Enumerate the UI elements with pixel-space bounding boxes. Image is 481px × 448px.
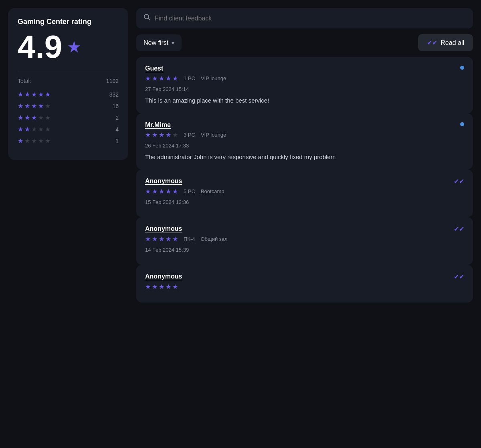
filled-star-icon: ★	[172, 188, 178, 195]
filled-star-icon: ★	[152, 131, 158, 139]
empty-star-icon: ★	[45, 102, 51, 110]
stars-row: ★★★★★	[18, 102, 51, 110]
empty-star-icon: ★	[172, 131, 178, 139]
divider	[18, 71, 119, 71]
filled-star-icon: ★	[166, 75, 171, 82]
card-header: Anonymous ✔✔	[145, 225, 464, 233]
card-tag: Общий зал	[200, 236, 227, 242]
filled-star-icon: ★	[145, 235, 151, 243]
card-meta: ★★★★★ 3 PCVIP lounge	[145, 131, 464, 139]
filled-star-icon: ★	[159, 283, 164, 291]
filled-star-icon: ★	[152, 235, 158, 243]
card-indicator: ✔✔	[454, 273, 464, 281]
empty-star-icon: ★	[45, 137, 51, 145]
double-check-read-icon: ✔✔	[454, 225, 464, 233]
search-icon	[143, 14, 151, 23]
card-tag: 5 PC	[184, 188, 195, 194]
right-panel: New first ▾ ✔✔ Read all Guest ★★★★★ 1 PC…	[136, 8, 473, 440]
read-all-button[interactable]: ✔✔ Read all	[418, 34, 473, 51]
rating-panel: Gaming Center rating 4.9 ★ Total: 1192 ★…	[8, 8, 128, 160]
filled-star-icon: ★	[166, 188, 171, 195]
filled-star-icon: ★	[31, 102, 37, 110]
search-input[interactable]	[155, 15, 466, 22]
row-count: 4	[107, 126, 119, 133]
card-tag: 3 PC	[184, 132, 195, 138]
rating-breakdown-row: ★★★★★1	[18, 137, 119, 145]
card-indicator: ✔✔	[454, 225, 464, 233]
feedback-card[interactable]: Guest ★★★★★ 1 PCVIP lounge 27 Feb 2024 1…	[136, 57, 473, 113]
card-author[interactable]: Anonymous	[145, 178, 182, 185]
chevron-down-icon: ▾	[172, 40, 174, 46]
card-author[interactable]: Anonymous	[145, 225, 182, 232]
filled-star-icon: ★	[145, 75, 151, 82]
total-label: Total:	[18, 78, 31, 84]
card-date: 27 Feb 2024 15:14	[145, 86, 464, 92]
stars-row: ★★★★★	[18, 125, 51, 133]
total-count: 1192	[106, 78, 119, 84]
sort-label: New first	[143, 39, 168, 46]
card-stars: ★★★★★	[145, 188, 178, 195]
filled-star-icon: ★	[166, 131, 171, 139]
card-tag: Bootcamp	[201, 188, 224, 194]
card-meta: ★★★★★ 1 PCVIP lounge	[145, 75, 464, 82]
card-date: 15 Feb 2024 12:36	[145, 199, 464, 205]
card-meta: ★★★★★ 5 PCBootcamp	[145, 188, 464, 195]
filled-star-icon: ★	[145, 131, 151, 139]
filled-star-icon: ★	[18, 91, 23, 98]
card-author[interactable]: Mr.Mime	[145, 121, 171, 129]
filled-star-icon: ★	[152, 283, 158, 291]
filled-star-icon: ★	[24, 102, 30, 110]
filled-star-icon: ★	[38, 91, 44, 98]
card-tag: 1 PC	[184, 75, 195, 81]
row-count: 2	[107, 115, 119, 121]
filled-star-icon: ★	[145, 188, 151, 195]
card-author[interactable]: Guest	[145, 65, 163, 72]
sort-dropdown[interactable]: New first ▾	[136, 34, 182, 51]
filled-star-icon: ★	[172, 283, 178, 291]
double-check-read-icon: ✔✔	[454, 273, 464, 281]
card-header: Guest	[145, 65, 464, 72]
filled-star-icon: ★	[18, 137, 23, 145]
card-text: The administrator John is very responsiv…	[145, 153, 464, 162]
svg-line-1	[148, 18, 150, 20]
card-header: Mr.Mime	[145, 121, 464, 129]
card-author[interactable]: Anonymous	[145, 273, 182, 280]
stars-row: ★★★★★	[18, 114, 51, 121]
empty-star-icon: ★	[38, 137, 44, 145]
filled-star-icon: ★	[38, 102, 44, 110]
feedback-card[interactable]: Anonymous ✔✔ ★★★★★ 5 PCBootcamp 15 Feb 2…	[136, 170, 473, 217]
filled-star-icon: ★	[18, 125, 23, 133]
search-bar	[136, 8, 473, 28]
filled-star-icon: ★	[172, 75, 178, 82]
card-stars: ★★★★★	[145, 131, 178, 139]
feedback-card[interactable]: Anonymous ✔✔ ★★★★★ ПК-4Общий зал 14 Feb …	[136, 217, 473, 265]
filled-star-icon: ★	[24, 114, 30, 121]
card-meta: ★★★★★	[145, 283, 464, 291]
total-row: Total: 1192	[18, 78, 119, 84]
filled-star-icon: ★	[152, 75, 158, 82]
feedback-card[interactable]: Anonymous ✔✔ ★★★★★	[136, 265, 473, 303]
row-count: 1	[107, 138, 119, 144]
filled-star-icon: ★	[152, 188, 158, 195]
empty-star-icon: ★	[38, 114, 44, 121]
card-stars: ★★★★★	[145, 75, 178, 82]
empty-star-icon: ★	[38, 125, 44, 133]
stars-row: ★★★★★	[18, 91, 51, 98]
filled-star-icon: ★	[18, 102, 23, 110]
filled-star-icon: ★	[31, 114, 37, 121]
filled-star-icon: ★	[24, 91, 30, 98]
row-count: 332	[107, 91, 119, 98]
panel-title: Gaming Center rating	[18, 18, 119, 26]
rating-breakdown-row: ★★★★★16	[18, 102, 119, 110]
empty-star-icon: ★	[31, 137, 37, 145]
rating-breakdown-row: ★★★★★332	[18, 91, 119, 98]
filled-star-icon: ★	[18, 114, 23, 121]
empty-star-icon: ★	[45, 125, 51, 133]
unread-dot	[460, 122, 464, 126]
feedback-card[interactable]: Mr.Mime ★★★★★ 3 PCVIP lounge 26 Feb 2024…	[136, 113, 473, 170]
double-check-read-icon: ✔✔	[454, 178, 464, 185]
card-header: Anonymous ✔✔	[145, 273, 464, 281]
filled-star-icon: ★	[159, 235, 164, 243]
filled-star-icon: ★	[31, 91, 37, 98]
filled-star-icon: ★	[159, 75, 164, 82]
